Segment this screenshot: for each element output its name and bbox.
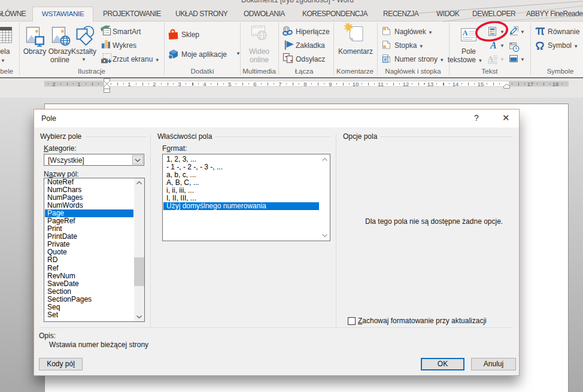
svg-text:A: A	[488, 54, 493, 63]
svg-text:#: #	[384, 57, 387, 62]
svg-text:A: A	[463, 29, 468, 37]
